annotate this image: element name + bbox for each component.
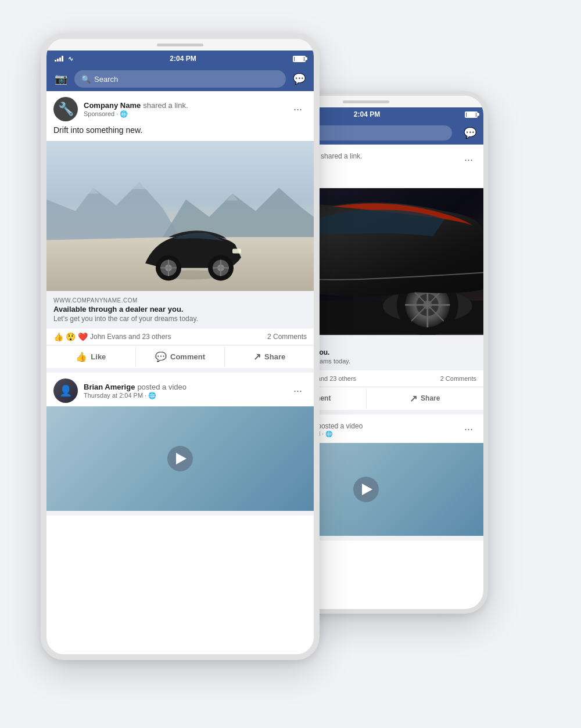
front-phone-time: 2:04 PM	[170, 55, 196, 63]
back-messenger-icon[interactable]: 💬	[461, 124, 479, 142]
front-video-thumbnail[interactable]	[46, 406, 314, 511]
phone-front-status-bar: ∿ 2:04 PM	[46, 51, 314, 67]
front-post1-header: 🔧 Company Name shared a link. Sponsored …	[46, 91, 314, 125]
front-link-preview: WWW.COMPANYNAME.COM Available through a …	[46, 291, 314, 329]
front-phone-content: 🔧 Company Name shared a link. Sponsored …	[46, 91, 314, 516]
front-post2-time: Thursday at 2:04 PM	[84, 392, 143, 399]
front-camera-icon[interactable]: 📷	[52, 70, 70, 88]
front-search-label: Search	[94, 75, 118, 84]
front-post2-more-button[interactable]: ···	[289, 383, 307, 399]
back-post2-globe-icon: 🌐	[325, 431, 332, 437]
front-messenger-icon[interactable]: 💬	[290, 70, 308, 88]
front-reactions-text: John Evans and 23 others	[90, 333, 171, 341]
front-like-icon: 👍	[76, 351, 87, 362]
front-post2-author: Brian Amerige	[84, 383, 135, 391]
front-comment-label: Comment	[170, 352, 205, 361]
scene: ▾ 2:04 PM 🔍 Search 💬 🔧 p	[29, 16, 552, 712]
front-comment-button[interactable]: 💬 Comment	[136, 347, 225, 367]
front-like-label: Like	[91, 352, 106, 361]
front-battery-icon	[293, 56, 306, 62]
front-post2-sub: Thursday at 2:04 PM · 🌐	[84, 392, 283, 399]
front-share-label: Share	[264, 352, 285, 361]
phone-front-notch	[46, 39, 314, 51]
front-post1-sponsored: Sponsored	[84, 110, 114, 117]
front-post1-text: Drift into something new.	[46, 125, 314, 141]
front-play-button[interactable]	[167, 446, 193, 471]
front-post2-globe-icon: 🌐	[148, 392, 156, 399]
phone-front: ∿ 2:04 PM 📷 🔍 Search 💬 🔧	[41, 33, 320, 660]
back-play-button[interactable]	[353, 477, 379, 502]
front-like-button[interactable]: 👍 Like	[46, 347, 136, 367]
front-love-emoji: ❤️	[78, 332, 88, 341]
back-play-triangle-icon	[362, 484, 372, 495]
front-phone-navbar: 📷 🔍 Search 💬	[46, 67, 314, 91]
front-search-icon: 🔍	[81, 75, 91, 84]
front-comment-icon: 💬	[155, 351, 167, 362]
front-post2-meta: Brian Amerige posted a video Thursday at…	[84, 383, 283, 399]
front-play-triangle-icon	[176, 453, 187, 464]
front-post1-author-line: Company Name shared a link.	[84, 101, 283, 110]
front-comments-count: 2 Comments	[267, 333, 307, 341]
front-post1-meta: Company Name shared a link. Sponsored · …	[84, 101, 283, 118]
back-phone-time: 2:04 PM	[354, 110, 380, 118]
front-share-button[interactable]: ↗ Share	[225, 347, 314, 367]
front-link-title: Available through a dealer near you.	[53, 305, 307, 313]
front-post2-header: 👤 Brian Amerige posted a video Thursday …	[46, 373, 314, 406]
back-comments-count: 2 Comments	[440, 375, 476, 382]
front-post2-author-line: Brian Amerige posted a video	[84, 383, 283, 391]
back-post1-more-button[interactable]: ···	[460, 152, 478, 168]
front-post2-action: posted a video	[137, 383, 187, 391]
battery-icon	[465, 111, 478, 118]
back-share-button[interactable]: ↗ Share	[367, 388, 484, 409]
front-share-icon: ↗	[253, 351, 261, 362]
svg-rect-22	[232, 248, 241, 253]
front-signal-icons: ∿	[55, 55, 73, 63]
front-post1-image	[46, 141, 314, 291]
front-car-image-svg	[46, 141, 314, 291]
front-post1-more-button[interactable]: ···	[289, 101, 307, 118]
front-reactions-row: 👍 😲 ❤️ John Evans and 23 others 2 Commen…	[46, 329, 314, 345]
front-reactions-left: 👍 😲 ❤️ John Evans and 23 others	[53, 332, 171, 341]
back-post2-action: posted a video	[317, 422, 363, 430]
back-post2-more-button[interactable]: ···	[460, 421, 478, 438]
front-post-card-1: 🔧 Company Name shared a link. Sponsored …	[46, 91, 314, 368]
front-search-bar[interactable]: 🔍 Search	[74, 70, 286, 88]
front-wifi-icon: ∿	[68, 55, 73, 63]
back-share-icon: ↗	[410, 393, 417, 404]
front-wow-emoji: 😲	[66, 332, 76, 341]
front-post1-sub: Sponsored · 🌐	[84, 110, 283, 118]
front-link-desc: Let's get you into the car of your dream…	[53, 315, 307, 323]
front-signal-bars-icon	[55, 56, 63, 62]
back-post1-action: shared a link.	[321, 152, 362, 160]
back-share-label: Share	[421, 394, 440, 402]
front-post-card-2: 👤 Brian Amerige posted a video Thursday …	[46, 373, 314, 511]
front-action-buttons: 👍 Like 💬 Comment ↗ Share	[46, 345, 314, 368]
front-post2-avatar: 👤	[53, 379, 78, 403]
front-post1-author: Company Name	[84, 101, 141, 110]
front-link-url: WWW.COMPANYNAME.COM	[53, 297, 307, 304]
front-post1-action: shared a link.	[143, 101, 188, 110]
front-post1-avatar: 🔧	[53, 97, 78, 121]
front-globe-icon: 🌐	[120, 110, 128, 118]
front-like-emoji: 👍	[53, 332, 63, 341]
